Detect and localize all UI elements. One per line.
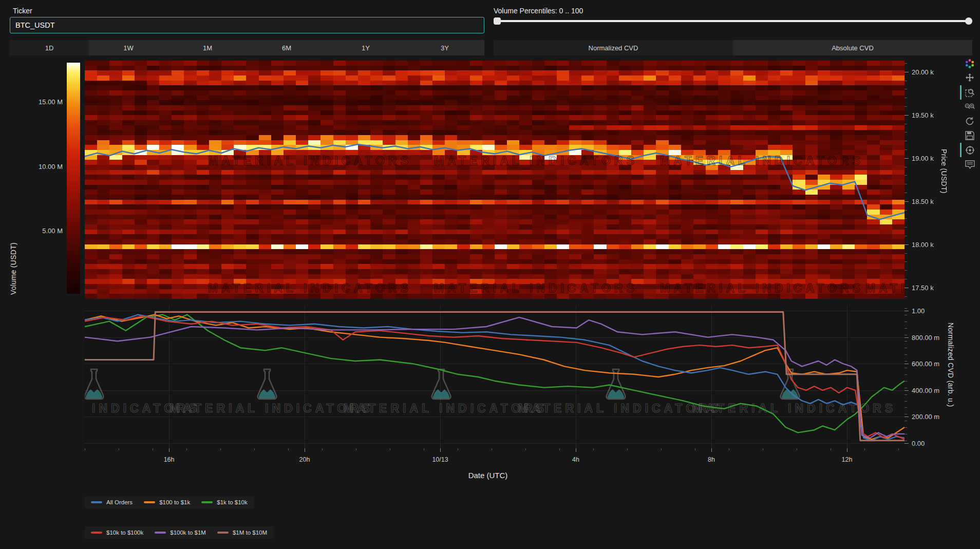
legend-label: $100k to $1M [170, 529, 206, 536]
ticker-input[interactable] [10, 17, 484, 33]
cvd-minor-tick [904, 321, 907, 322]
price-major-tick [904, 288, 909, 288]
tab-absolute-cvd[interactable]: Absolute CVD [733, 40, 972, 55]
price-minor-tick [904, 63, 907, 64]
cvd-tick-label: 1.00 [912, 307, 925, 315]
range-button-1d[interactable]: 1D [10, 40, 89, 55]
x-minor-tick [695, 448, 695, 450]
x-minor-tick [898, 448, 899, 450]
x-minor-tick [186, 448, 187, 450]
x-axis-title: Date (UTC) [442, 471, 534, 480]
cvd-major-tick [904, 417, 909, 417]
x-major-tick [576, 448, 576, 452]
x-tick-label: 20h [289, 456, 320, 463]
legend-label: All Orders [106, 499, 133, 505]
x-minor-tick [729, 448, 729, 450]
cvd-minor-tick [904, 381, 907, 382]
hover-mode-icon[interactable] [964, 158, 976, 171]
cvd-minor-tick [904, 348, 907, 348]
legend-item-all-orders[interactable]: All Orders [91, 499, 133, 505]
pan-icon[interactable] [964, 72, 976, 84]
heatmap-plot[interactable]: MATERIAL INDICATORSMATERIAL INDICATORSMA… [85, 61, 904, 299]
x-major-tick [711, 448, 712, 452]
x-tick-label: 16h [154, 456, 184, 463]
cvd-minor-tick [904, 394, 907, 395]
x-tick-label: 12h [832, 456, 862, 463]
price-minor-tick [904, 253, 907, 254]
cvd-major-tick [904, 390, 909, 391]
x-tick-label: 8h [696, 456, 727, 463]
legend-item--100k-to-1m[interactable]: $100k to $1M [155, 529, 206, 536]
price-minor-tick [904, 132, 907, 132]
x-tick-label: 10/13 [425, 456, 456, 463]
slider-track[interactable] [496, 20, 972, 22]
price-major-tick [904, 72, 909, 72]
legend-swatch [91, 532, 102, 534]
cvd-minor-tick [904, 341, 907, 342]
cvd-tick-label: 600.00 m [912, 360, 939, 368]
cvd-major-tick [904, 364, 909, 364]
cvd-minor-tick [904, 335, 907, 335]
save-icon[interactable] [964, 129, 976, 142]
colorbar-axis-title: Volume (USDT) [9, 242, 17, 295]
x-minor-tick [424, 448, 424, 450]
slider-handle-high[interactable] [965, 17, 972, 25]
x-minor-tick [220, 448, 221, 450]
legend-item--1m-to-10m[interactable]: $1M to $10M [217, 529, 267, 536]
price-minor-tick [904, 184, 907, 184]
cvd-major-tick [904, 443, 909, 444]
price-minor-tick [904, 98, 907, 98]
legend-item--10k-to-100k[interactable]: $10k to $100k [91, 529, 143, 536]
range-button-1m[interactable]: 1M [168, 40, 247, 55]
range-button-3y[interactable]: 3Y [405, 40, 484, 55]
price-major-tick [904, 244, 909, 245]
price-minor-tick [904, 210, 907, 211]
range-button-1w[interactable]: 1W [89, 40, 168, 55]
price-minor-tick [904, 149, 907, 150]
legend-swatch [155, 532, 166, 534]
legend-label: $10k to $100k [106, 529, 143, 536]
cvd-tabs: Normalized CVDAbsolute CVD [494, 40, 972, 55]
cvd-minor-tick [904, 361, 907, 362]
cvd-plot[interactable]: MATERIAL INDICATORSMATERIAL INDICATORSMA… [85, 305, 904, 448]
cvd-major-tick [904, 311, 909, 311]
cvd-tick-label: 0.00 [912, 440, 925, 447]
cvd-minor-tick [904, 401, 907, 402]
tab-normalized-cvd[interactable]: Normalized CVD [494, 40, 733, 55]
spikelines-icon[interactable] [964, 144, 976, 156]
price-minor-tick [904, 193, 907, 193]
box-zoom-icon[interactable] [964, 86, 976, 99]
ticker-label: Ticker [13, 7, 32, 15]
cvd-axis-title: Normalized CVD (arb. u.) [947, 323, 955, 407]
x-minor-tick [525, 448, 526, 450]
cvd-minor-tick [904, 368, 907, 368]
price-line [85, 61, 904, 299]
legend-swatch [217, 532, 229, 534]
zoom-in-out-icon[interactable] [964, 101, 976, 113]
price-minor-tick [904, 81, 907, 81]
price-minor-tick [904, 175, 907, 176]
price-minor-tick [904, 236, 907, 236]
cvd-minor-tick [904, 407, 907, 408]
legend-label: $100 to $1k [159, 499, 190, 505]
x-minor-tick [492, 448, 492, 450]
series--10k-to-100k [85, 316, 904, 439]
colorbar-tick: 5.00 M [30, 227, 63, 235]
slider-handle-low[interactable] [494, 17, 501, 25]
price-axis-title: Price (USDT) [940, 149, 948, 194]
cvd-minor-tick [904, 414, 907, 414]
range-button-1y[interactable]: 1Y [326, 40, 405, 55]
legend-swatch [144, 501, 155, 503]
cvd-minor-tick [904, 328, 907, 329]
price-minor-tick [904, 167, 907, 167]
cvd-minor-tick [904, 374, 907, 375]
range-button-6m[interactable]: 6M [247, 40, 326, 55]
x-minor-tick [356, 448, 356, 450]
price-minor-tick [904, 296, 907, 297]
x-minor-tick [119, 448, 119, 450]
price-tick-label: 18.50 k [912, 198, 934, 205]
reset-axes-icon[interactable] [964, 115, 976, 127]
legend-item--1k-to-10k[interactable]: $1k to $10k [201, 499, 247, 505]
legend-item--100-to-1k[interactable]: $100 to $1k [144, 499, 190, 505]
watermark-text: MATERIAL INDICATORS [208, 154, 412, 168]
